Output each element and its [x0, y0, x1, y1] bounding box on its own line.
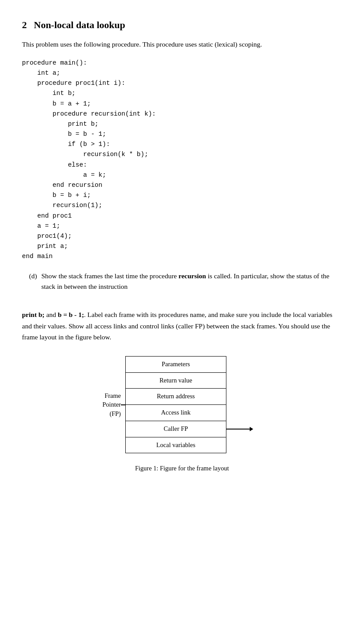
fp-label-pointer: Pointer — [102, 400, 121, 409]
row-return-address: Return address — [125, 389, 226, 405]
cell-return-value: Return value — [125, 372, 226, 389]
row-caller-fp: Caller FP — [125, 421, 226, 437]
row-access-link: Access link — [125, 405, 226, 421]
cell-caller-fp: Caller FP — [125, 421, 226, 437]
code-block: procedure main(): int a; procedure proc1… — [22, 58, 342, 262]
frame-table-wrapper: Parameters Return value Return address A… — [125, 356, 226, 454]
cell-local-variables: Local variables — [125, 437, 226, 453]
caller-fp-arrow — [226, 427, 253, 431]
question-d-text: Show the stack frames the last time the … — [41, 271, 342, 293]
row-local-variables: Local variables — [125, 437, 226, 453]
section-header: 2 Non-local data lookup — [22, 18, 342, 32]
section-title: Non-local data lookup — [34, 18, 125, 32]
cell-access-link: Access link — [125, 405, 226, 421]
row-parameters: Parameters — [125, 356, 226, 372]
figure-container: Frame Pointer (FP) Parameters — [22, 356, 342, 473]
fp-label-area: Frame Pointer (FP) — [102, 391, 121, 418]
frame-table: Parameters Return value Return address A… — [125, 356, 226, 454]
section-number: 2 — [22, 18, 27, 32]
question-d-bold: recursion — [178, 272, 206, 280]
question-d: (d) Show the stack frames the last time … — [22, 271, 342, 293]
prose-print-b: print b; — [22, 311, 44, 318]
prose-b-minus-1: b = b - 1; — [58, 311, 84, 318]
figure-caption: Figure 1: Figure for the frame layout — [135, 464, 229, 473]
fp-label-frame: Frame — [105, 391, 121, 400]
question-d-label: (d) — [29, 271, 38, 293]
diagram-wrapper: Frame Pointer (FP) Parameters — [102, 356, 262, 458]
row-return-value: Return value — [125, 372, 226, 389]
prose-paragraph: print b; and b = b - 1;. Label each fram… — [22, 309, 342, 343]
intro-paragraph: This problem uses the following procedur… — [22, 39, 342, 50]
cell-return-address: Return address — [125, 389, 226, 405]
cell-parameters: Parameters — [125, 356, 226, 372]
frame-diagram: Frame Pointer (FP) Parameters — [102, 356, 226, 454]
fp-label-fp: (FP) — [109, 409, 121, 418]
